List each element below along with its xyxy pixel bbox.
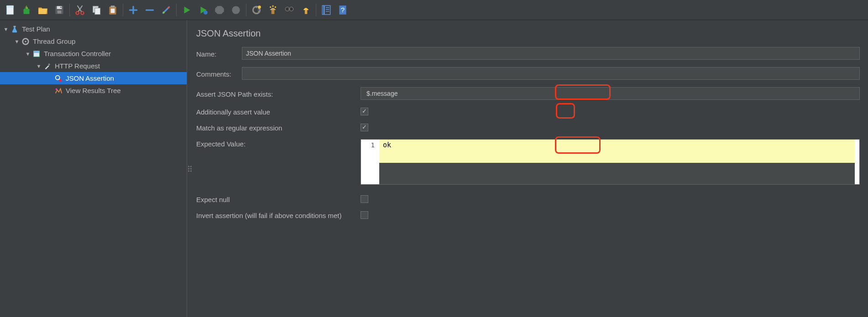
invert-checkbox[interactable] (361, 211, 368, 219)
svg-rect-34 (13, 26, 16, 26)
collapse-button[interactable] (141, 2, 158, 18)
expected-value-editor[interactable]: 1 ok (361, 139, 860, 185)
svg-marker-19 (215, 6, 224, 14)
svg-rect-23 (272, 9, 275, 14)
svg-point-17 (167, 6, 169, 8)
svg-point-16 (162, 11, 164, 13)
tree-node-thread-group[interactable]: ▼ Thread Group (0, 35, 187, 47)
tree-node-transaction-controller[interactable]: ▼ Transaction Controller (0, 47, 187, 60)
svg-text:?: ? (341, 6, 345, 14)
comments-input[interactable] (242, 67, 860, 80)
panel-title: JSON Assertion (196, 28, 860, 39)
start-no-pause-button[interactable] (195, 2, 211, 18)
svg-point-36 (25, 41, 26, 42)
clear-all-button[interactable] (265, 2, 281, 18)
tree-label: JSON Assertion (66, 74, 114, 82)
editor-gutter: 1 (361, 140, 379, 184)
test-plan-tree[interactable]: ▼ Test Plan ▼ Thread Group ▼ Transaction… (0, 20, 187, 317)
tree-label: HTTP Request (55, 62, 100, 70)
stop-button[interactable] (211, 2, 228, 18)
svg-point-20 (232, 6, 240, 14)
toolbar-separator (123, 4, 123, 16)
collapse-arrow-icon[interactable]: ▼ (35, 63, 43, 69)
svg-rect-4 (26, 7, 27, 8)
reset-search-button[interactable] (298, 2, 314, 18)
save-button[interactable] (51, 2, 68, 18)
clear-button[interactable] (248, 2, 265, 18)
svg-rect-12 (95, 8, 100, 14)
comments-label: Comments: (196, 69, 242, 78)
svg-point-22 (258, 5, 261, 9)
expected-value-label: Expected Value: (196, 139, 361, 148)
search-button[interactable] (281, 2, 298, 18)
svg-rect-1 (6, 5, 13, 7)
panel-resize-grip[interactable] (188, 166, 192, 171)
svg-point-42 (56, 88, 58, 90)
toggle-button[interactable] (158, 2, 174, 18)
new-template-button[interactable] (18, 2, 35, 18)
json-path-input[interactable] (361, 87, 860, 100)
svg-point-24 (270, 6, 271, 7)
function-helper-button[interactable] (318, 2, 335, 18)
svg-point-9 (76, 11, 79, 15)
flask-icon (10, 25, 19, 34)
svg-rect-7 (58, 10, 62, 14)
svg-rect-39 (48, 63, 50, 65)
help-button[interactable]: ? (335, 2, 351, 18)
gear-icon (21, 37, 30, 46)
assert-value-label: Additionally assert value (196, 107, 361, 116)
editor-line[interactable]: ok (379, 140, 855, 163)
svg-rect-38 (34, 51, 40, 53)
tree-label: Thread Group (33, 37, 75, 45)
tree-label: Test Plan (22, 25, 50, 33)
editor-body[interactable] (379, 163, 855, 184)
name-label: Name: (196, 49, 242, 58)
svg-point-25 (272, 5, 273, 6)
collapse-arrow-icon[interactable]: ▼ (13, 39, 21, 44)
toolbar-separator (176, 4, 177, 16)
annotation-highlight (556, 103, 575, 119)
svg-rect-3 (26, 6, 26, 7)
collapse-arrow-icon[interactable]: ▼ (24, 51, 32, 57)
tree-label: Transaction Controller (44, 50, 111, 57)
toolbar-separator (246, 4, 246, 16)
regex-checkbox[interactable] (361, 124, 368, 131)
svg-point-26 (275, 6, 276, 7)
assertion-icon (54, 74, 63, 83)
toolbar: ? (0, 0, 868, 20)
svg-point-10 (81, 11, 84, 15)
expect-null-label: Expect null (196, 195, 361, 203)
svg-rect-14 (111, 5, 115, 7)
svg-rect-2 (24, 9, 30, 14)
invert-label: Invert assertion (will fail if above con… (196, 211, 361, 219)
paste-button[interactable] (105, 2, 121, 18)
copy-button[interactable] (88, 2, 105, 18)
toolbar-separator (69, 4, 70, 16)
open-button[interactable] (35, 2, 51, 18)
element-editor-panel: JSON Assertion Name: Comments: Assert JS… (187, 20, 868, 317)
svg-point-41 (59, 79, 62, 81)
editor-scrollbar[interactable] (855, 140, 859, 184)
assert-value-checkbox[interactable] (361, 108, 368, 115)
shutdown-button[interactable] (228, 2, 244, 18)
collapse-arrow-icon[interactable]: ▼ (2, 26, 10, 32)
svg-rect-30 (324, 5, 325, 15)
start-button[interactable] (178, 2, 195, 18)
tree-node-json-assertion[interactable]: JSON Assertion (0, 72, 187, 84)
name-input[interactable] (242, 47, 860, 60)
svg-rect-15 (111, 8, 115, 13)
expect-null-checkbox[interactable] (361, 195, 368, 203)
dropper-icon (43, 62, 52, 71)
cut-button[interactable] (72, 2, 88, 18)
toolbar-separator (316, 4, 316, 16)
tree-node-test-plan[interactable]: ▼ Test Plan (0, 23, 187, 35)
tree-label: View Results Tree (66, 87, 121, 94)
tree-node-http-request[interactable]: ▼ HTTP Request (0, 60, 187, 72)
tree-node-view-results-tree[interactable]: View Results Tree (0, 84, 187, 97)
json-path-label: Assert JSON Path exists: (196, 89, 361, 98)
svg-rect-29 (305, 9, 307, 14)
new-file-button[interactable] (2, 2, 18, 18)
svg-point-18 (204, 10, 208, 15)
expand-button[interactable] (125, 2, 141, 18)
results-tree-icon (54, 86, 63, 95)
